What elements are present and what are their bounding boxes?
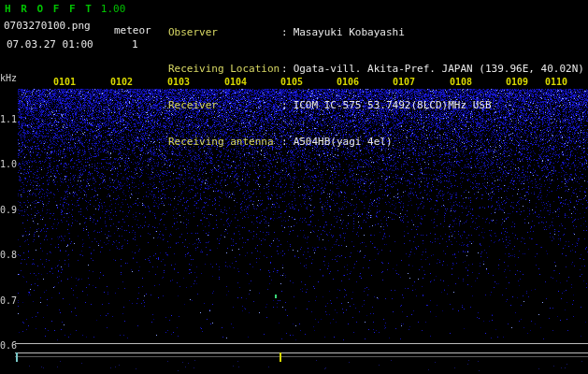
freq-tick-0p8: 0.8	[0, 250, 16, 260]
info-row-receiver: Receiver:ICOM IC-575 53.7492(8LCD)MHz US…	[168, 99, 584, 111]
freq-unit-label: kHz	[0, 73, 17, 83]
freq-tick-0p6: 0.6	[0, 340, 16, 351]
meteor-count: 1	[132, 38, 138, 50]
info-value-antenna: A504HB(yagi 4el)	[294, 136, 393, 148]
info-colon: :	[281, 136, 288, 148]
info-colon: :	[281, 26, 288, 38]
info-label-antenna: Receiving antenna	[168, 136, 281, 148]
meteor-signal-pulse	[280, 352, 281, 362]
mode-label: meteor	[114, 24, 151, 36]
time-tick-0108: 0108	[450, 77, 472, 87]
info-value-observer: Masayuki Kobayashi	[294, 26, 405, 38]
info-row-antenna: Receiving antenna:A504HB(yagi 4el)	[168, 136, 584, 148]
station-info: Observer:Masayuki Kobayashi Receiving Lo…	[168, 2, 584, 172]
app-title: H R O F F T1.00	[5, 3, 125, 15]
info-row-observer: Observer:Masayuki Kobayashi	[168, 26, 584, 38]
app-title-text: H R O F F T	[5, 3, 93, 15]
time-tick-0101: 0101	[53, 77, 76, 87]
app-version: 1.00	[101, 3, 126, 15]
time-tick-0103: 0103	[167, 77, 190, 87]
signal-baseline-lower	[15, 352, 588, 353]
time-tick-0105: 0105	[280, 77, 303, 87]
freq-tick-0p9: 0.9	[0, 205, 16, 215]
info-row-location: Receiving Location:Ogata-vill. Akita-Pre…	[168, 63, 584, 75]
time-tick-0110: 0110	[545, 77, 567, 87]
freq-tick-1p1: 1.1	[0, 114, 16, 124]
time-tick-0104: 0104	[224, 77, 247, 87]
meteor-echo-dot	[275, 295, 277, 298]
info-colon: :	[281, 99, 288, 111]
time-tick-0107: 0107	[393, 77, 415, 87]
output-filename: 0703270100.png	[4, 20, 91, 32]
signal-baseline-upper	[15, 343, 588, 344]
freq-tick-0p7: 0.7	[0, 295, 16, 306]
info-value-receiver: ICOM IC-575 53.7492(8LCD)MHz USB	[294, 99, 492, 111]
info-label-receiver: Receiver	[168, 99, 281, 111]
info-label-location: Receiving Location	[168, 63, 281, 75]
info-value-location: Ogata-vill. Akita-Pref. JAPAN (139.96E, …	[294, 63, 584, 75]
hrofft-window: H R O F F T1.00 0703270100.png meteor 07…	[0, 0, 588, 374]
info-colon: :	[281, 63, 288, 75]
axis-origin-tick	[16, 352, 18, 362]
freq-tick-1p0: 1.0	[0, 159, 16, 169]
info-label-observer: Observer	[168, 26, 281, 38]
time-tick-0106: 0106	[337, 77, 359, 87]
signal-baseline-shadow	[15, 356, 588, 357]
time-tick-0109: 0109	[506, 77, 528, 87]
datetime-label: 07.03.27 01:00	[7, 38, 93, 50]
time-tick-0102: 0102	[110, 77, 133, 87]
